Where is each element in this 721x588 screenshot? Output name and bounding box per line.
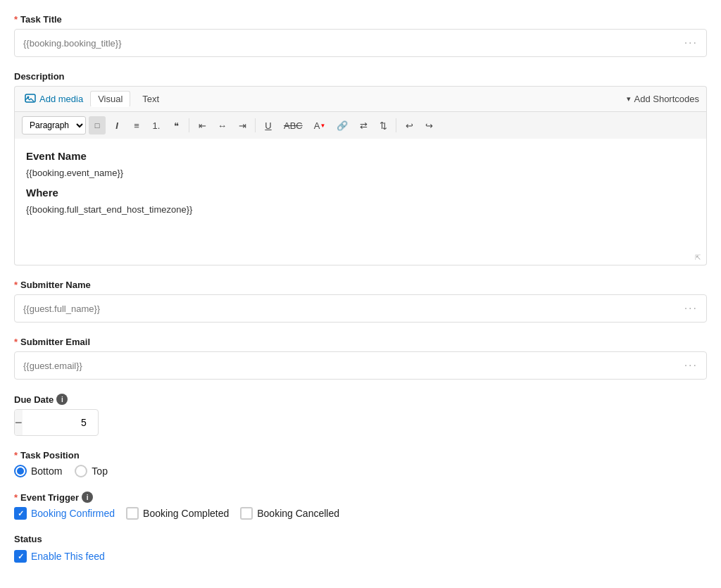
task-title-value: {{booking.booking_title}} (23, 38, 122, 49)
required-star-2: * (14, 280, 18, 290)
tab-text[interactable]: Text (134, 91, 167, 107)
submitter-name-menu[interactable]: ··· (684, 302, 698, 315)
toolbar-btn-link[interactable]: 🔗 (332, 116, 352, 135)
due-date-value[interactable] (23, 417, 99, 428)
editor-tabs-bar: Add media Visual Text ▾ Add Shortcodes (14, 86, 707, 111)
task-position-radio-group: Bottom Top (14, 465, 707, 477)
add-shortcodes-button[interactable]: ▾ Add Shortcodes (627, 94, 699, 104)
checkbox-cancelled-box (240, 507, 253, 520)
toolbar-btn-ul[interactable]: ≡ (128, 116, 145, 135)
chevron-down-icon: ▾ (627, 94, 631, 104)
event-trigger-checkboxes: Booking Confirmed Booking Completed Book… (14, 507, 707, 520)
submitter-name-input[interactable]: {{guest.full_name}} ··· (14, 294, 707, 323)
event-trigger-info-icon[interactable]: i (82, 492, 93, 503)
toolbar-btn-strikethrough[interactable]: ABC (280, 116, 307, 135)
due-date-group: Due Date i − + (14, 394, 707, 436)
toolbar-btn-undo[interactable]: ↩ (401, 116, 418, 135)
editor-line-1: {{booking.event_name}} (26, 168, 695, 178)
task-title-group: * Task Title {{booking.booking_title}} ·… (14, 14, 707, 57)
required-star-3: * (14, 337, 18, 347)
required-star-5: * (14, 492, 18, 503)
radio-option-bottom[interactable]: Bottom (14, 465, 62, 477)
radio-top-circle (75, 465, 87, 477)
event-trigger-group: * Event Trigger i Booking Confirmed Book… (14, 492, 707, 520)
toolbar-btn-bold[interactable]: I (108, 116, 125, 135)
task-title-label: * Task Title (14, 14, 707, 25)
paragraph-select[interactable]: Paragraph (22, 116, 86, 135)
submitter-email-input[interactable]: {{guest.email}} ··· (14, 351, 707, 380)
toolbar-divider-1 (189, 118, 189, 132)
toolbar-btn-align-center[interactable]: ↔ (213, 116, 231, 135)
toolbar-btn-justify[interactable]: ⇄ (355, 116, 372, 135)
checkbox-cancelled[interactable]: Booking Cancelled (240, 507, 339, 520)
toolbar-btn-underline[interactable]: U (260, 116, 277, 135)
checkbox-enable-feed[interactable]: Enable This feed (14, 550, 707, 563)
checkbox-completed-box (126, 507, 139, 520)
submitter-name-group: * Submitter Name {{guest.full_name}} ··· (14, 280, 707, 323)
event-trigger-label: * Event Trigger i (14, 492, 707, 503)
editor-body[interactable]: Event Name {{booking.event_name}} Where … (14, 139, 707, 265)
description-label: Description (14, 71, 707, 82)
submitter-email-label: * Submitter Email (14, 337, 707, 347)
radio-option-top[interactable]: Top (75, 465, 108, 477)
description-group: Description Add media Visual Text ▾ Add … (14, 71, 707, 265)
submitter-name-label: * Submitter Name (14, 280, 707, 290)
toolbar-btn-quote[interactable]: ❝ (168, 116, 184, 135)
tab-visual[interactable]: Visual (90, 91, 130, 107)
toolbar-btn-align-left[interactable]: ⇤ (194, 116, 211, 135)
due-date-decrement[interactable]: − (15, 410, 23, 435)
submitter-email-group: * Submitter Email {{guest.email}} ··· (14, 337, 707, 380)
required-star-4: * (14, 450, 18, 461)
editor-heading-1: Event Name (26, 150, 695, 162)
task-title-menu[interactable]: ··· (684, 37, 698, 49)
toolbar-btn-ol[interactable]: 1. (148, 116, 165, 135)
toolbar-btn-color[interactable]: A▼ (310, 116, 330, 135)
toolbar-btn-square[interactable]: □ (89, 116, 106, 135)
checkbox-confirmed-box (14, 507, 27, 520)
checkbox-completed[interactable]: Booking Completed (126, 507, 229, 520)
required-star: * (14, 14, 18, 25)
toolbar-btn-redo[interactable]: ↪ (420, 116, 437, 135)
editor-line-2: {{booking.full_start_end_host_timezone}} (26, 204, 695, 215)
due-date-info-icon[interactable]: i (56, 394, 68, 405)
checkbox-enable-feed-box (14, 550, 27, 563)
status-group: Status Enable This feed (14, 534, 707, 563)
task-title-input[interactable]: {{booking.booking_title}} ··· (14, 29, 707, 57)
radio-bottom-circle (14, 465, 27, 477)
toolbar-btn-align-right[interactable]: ⇥ (234, 116, 251, 135)
due-date-label: Due Date i (14, 394, 707, 405)
due-date-stepper: − + (14, 409, 99, 436)
add-media-icon (25, 94, 36, 105)
toolbar-btn-indent[interactable]: ⇅ (375, 116, 391, 135)
resize-handle[interactable]: ⇱ (695, 254, 703, 262)
editor-heading-2: Where (26, 187, 695, 199)
submitter-email-value: {{guest.email}} (23, 361, 82, 371)
submitter-name-value: {{guest.full_name}} (23, 304, 100, 314)
task-position-label: * Task Position (14, 450, 707, 461)
toolbar-divider-3 (396, 118, 396, 132)
add-media-button[interactable]: Add media (22, 92, 86, 106)
checkbox-confirmed[interactable]: Booking Confirmed (14, 507, 115, 520)
task-position-group: * Task Position Bottom Top (14, 450, 707, 477)
editor-toolbar: Paragraph □ I ≡ 1. ❝ ⇤ ↔ ⇥ U ABC A▼ 🔗 ⇄ … (14, 111, 707, 139)
status-label: Status (14, 534, 707, 544)
submitter-email-menu[interactable]: ··· (684, 359, 698, 372)
toolbar-divider-2 (255, 118, 256, 132)
